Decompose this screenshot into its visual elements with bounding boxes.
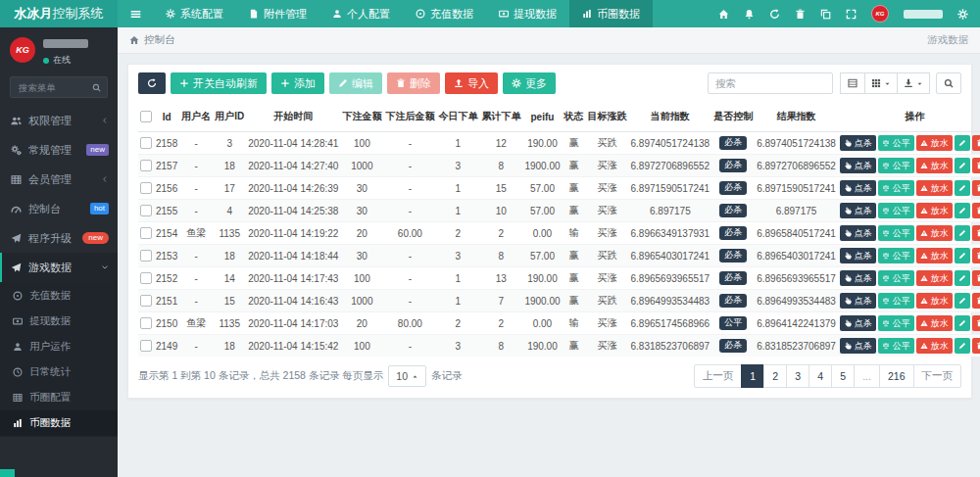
drain-button[interactable]: 放水 bbox=[916, 180, 953, 196]
page-button[interactable]: 5 bbox=[831, 364, 855, 388]
expand-button[interactable] bbox=[846, 9, 857, 20]
copy-button[interactable] bbox=[820, 9, 831, 20]
topnav-item-5[interactable]: 提现数据 bbox=[486, 0, 569, 27]
drain-button[interactable]: 放水 bbox=[916, 225, 953, 241]
topnav-item-2[interactable]: 附件管理 bbox=[236, 0, 319, 27]
delete-row-button[interactable] bbox=[972, 135, 980, 151]
export-button[interactable] bbox=[897, 72, 930, 94]
menu-search-input[interactable] bbox=[17, 81, 88, 94]
sidebar-subitem-2[interactable]: 提现数据 bbox=[0, 309, 118, 334]
drain-button[interactable]: 放水 bbox=[916, 293, 953, 309]
fair-button[interactable]: 公平 bbox=[878, 225, 914, 241]
table-search-button[interactable] bbox=[936, 72, 961, 94]
refresh-button[interactable] bbox=[769, 9, 780, 20]
toggle-view-button[interactable] bbox=[840, 72, 865, 94]
row-checkbox[interactable] bbox=[140, 137, 152, 149]
fair-button[interactable]: 公平 bbox=[878, 135, 914, 151]
row-checkbox[interactable] bbox=[140, 250, 152, 262]
fair-button[interactable]: 公平 bbox=[878, 293, 914, 309]
edit-row-button[interactable] bbox=[955, 203, 970, 218]
select-all-checkbox[interactable] bbox=[140, 111, 152, 122]
page-size-select[interactable]: 10 bbox=[388, 365, 426, 387]
edit-row-button[interactable] bbox=[955, 158, 970, 173]
more-button[interactable]: 更多 bbox=[503, 72, 556, 94]
drain-button[interactable]: 放水 bbox=[916, 158, 953, 173]
delete-button[interactable]: 删除 bbox=[387, 72, 440, 94]
row-checkbox[interactable] bbox=[140, 295, 152, 307]
sidebar-item-3[interactable]: 会员管理 bbox=[0, 165, 118, 194]
page-button[interactable]: 3 bbox=[786, 364, 809, 388]
avatar[interactable]: KG bbox=[871, 5, 889, 23]
kill-button[interactable]: 点杀 bbox=[840, 225, 876, 241]
sidebar-subitem-4[interactable]: 日常统计 bbox=[0, 359, 118, 385]
delete-row-button[interactable] bbox=[972, 180, 980, 196]
sidebar-collapse-handle[interactable] bbox=[0, 469, 15, 477]
bell-button[interactable] bbox=[744, 9, 755, 20]
import-button[interactable]: 导入 bbox=[445, 72, 498, 94]
sidebar-item-4[interactable]: 控制台hot bbox=[0, 194, 118, 223]
sidebar-subitem-3[interactable]: 用户运作 bbox=[0, 334, 118, 359]
kill-button[interactable]: 点杀 bbox=[840, 270, 876, 286]
topnav-item-3[interactable]: 个人配置 bbox=[319, 0, 403, 27]
fair-button[interactable]: 公平 bbox=[878, 315, 914, 331]
topnav-item-6[interactable]: 币圈数据 bbox=[569, 0, 653, 27]
sidebar-item-2[interactable]: 常规管理new bbox=[0, 135, 118, 165]
edit-row-button[interactable] bbox=[955, 225, 970, 241]
sidebar-subitem-1[interactable]: 充值数据 bbox=[0, 283, 118, 309]
sidebar-item-5[interactable]: 程序升级new bbox=[0, 223, 118, 253]
settings-button[interactable] bbox=[957, 9, 968, 20]
row-checkbox[interactable] bbox=[140, 160, 152, 171]
drain-button[interactable]: 放水 bbox=[916, 203, 953, 218]
sidebar-item-1[interactable]: 权限管理 bbox=[0, 106, 118, 135]
delete-row-button[interactable] bbox=[972, 248, 980, 263]
delete-row-button[interactable] bbox=[972, 203, 980, 218]
kill-button[interactable]: 点杀 bbox=[840, 248, 876, 263]
delete-row-button[interactable] bbox=[972, 270, 980, 286]
delete-row-button[interactable] bbox=[972, 315, 980, 331]
add-button[interactable]: 添加 bbox=[271, 72, 324, 94]
trash-button[interactable] bbox=[795, 9, 806, 20]
sidebar-item-6[interactable]: 游戏数据 bbox=[0, 253, 118, 282]
fair-button[interactable]: 公平 bbox=[878, 203, 914, 218]
home-button[interactable] bbox=[718, 9, 729, 20]
drain-button[interactable]: 放水 bbox=[916, 135, 953, 151]
page-button[interactable]: 2 bbox=[763, 364, 787, 388]
kill-button[interactable]: 点杀 bbox=[840, 203, 876, 218]
edit-row-button[interactable] bbox=[955, 270, 970, 286]
sidebar-subitem-6[interactable]: 币圈数据 bbox=[0, 410, 118, 436]
kill-button[interactable]: 点杀 bbox=[840, 135, 876, 151]
edit-row-button[interactable] bbox=[955, 135, 970, 151]
sidebar-toggle-button[interactable] bbox=[118, 0, 153, 27]
page-button[interactable]: 4 bbox=[808, 364, 832, 388]
table-search-input[interactable] bbox=[708, 72, 833, 94]
drain-button[interactable]: 放水 bbox=[916, 315, 953, 331]
row-checkbox[interactable] bbox=[140, 272, 152, 284]
fair-button[interactable]: 公平 bbox=[878, 248, 914, 263]
fair-button[interactable]: 公平 bbox=[878, 158, 914, 173]
topnav-item-1[interactable]: 系统配置 bbox=[153, 0, 236, 27]
delete-row-button[interactable] bbox=[972, 338, 980, 354]
drain-button[interactable]: 放水 bbox=[916, 270, 953, 286]
refresh-button[interactable] bbox=[138, 72, 166, 94]
edit-row-button[interactable] bbox=[955, 248, 970, 263]
fair-button[interactable]: 公平 bbox=[878, 270, 914, 286]
page-button[interactable]: 216 bbox=[879, 364, 914, 388]
columns-button[interactable] bbox=[864, 72, 898, 94]
drain-button[interactable]: 放水 bbox=[916, 338, 953, 354]
prev-page-button[interactable]: 上一页 bbox=[694, 364, 743, 388]
auto-refresh-toggle-button[interactable]: 开关自动刷新 bbox=[171, 72, 267, 94]
edit-row-button[interactable] bbox=[955, 338, 970, 354]
row-checkbox[interactable] bbox=[140, 317, 152, 329]
edit-row-button[interactable] bbox=[955, 180, 970, 196]
kill-button[interactable]: 点杀 bbox=[840, 180, 876, 196]
row-checkbox[interactable] bbox=[140, 227, 152, 239]
next-page-button[interactable]: 下一页 bbox=[913, 364, 962, 388]
kill-button[interactable]: 点杀 bbox=[840, 293, 876, 309]
edit-row-button[interactable] bbox=[955, 315, 970, 331]
delete-row-button[interactable] bbox=[972, 158, 980, 173]
row-checkbox[interactable] bbox=[140, 182, 152, 194]
breadcrumb-left[interactable]: 控制台 bbox=[144, 33, 175, 47]
drain-button[interactable]: 放水 bbox=[916, 248, 953, 263]
page-button[interactable]: 1 bbox=[741, 364, 764, 388]
edit-button[interactable]: 编辑 bbox=[329, 72, 382, 94]
